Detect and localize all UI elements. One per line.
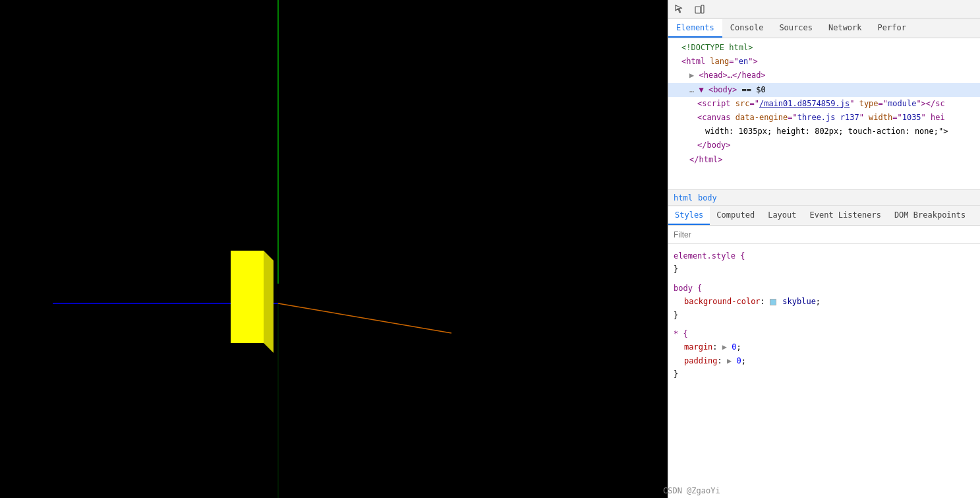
html-line-body-close: </body> <box>668 139 980 152</box>
devtools-main-tabs: Elements Console Sources Network Perfor <box>668 18 980 38</box>
svg-marker-5 <box>264 251 274 353</box>
breadcrumb-body[interactable]: body <box>698 193 717 202</box>
html-line-html: <html lang="en"> <box>668 55 980 69</box>
style-tab-computed[interactable]: Computed <box>710 206 761 225</box>
svg-rect-6 <box>695 7 701 13</box>
html-line-head[interactable]: ▶ <head>…</head> <box>668 69 980 82</box>
css-rule-element-style: element.style { } <box>668 247 980 279</box>
color-swatch-skyblue[interactable] <box>770 299 776 305</box>
html-line-doctype: <!DOCTYPE html> <box>668 41 980 55</box>
filter-bar <box>668 226 980 244</box>
breadcrumb-html[interactable]: html <box>674 193 693 202</box>
style-tabs: Styles Computed Layout Event Listeners D… <box>668 206 980 226</box>
css-rule-wildcard: * { margin: ▶ 0; padding: ▶ 0; } <box>668 325 980 384</box>
threejs-scene <box>0 0 668 498</box>
tab-sources[interactable]: Sources <box>771 19 821 38</box>
inspect-element-icon[interactable] <box>674 3 685 15</box>
tab-network[interactable]: Network <box>821 19 870 38</box>
html-line-canvas-style: width: 1035px; height: 802px; touch-acti… <box>668 125 980 139</box>
html-line-canvas[interactable]: <canvas data-engine="three.js r137" widt… <box>668 111 980 125</box>
watermark-text: CSDN @ZgaoYi <box>663 486 720 495</box>
styles-panel: Styles Computed Layout Event Listeners D… <box>668 206 980 489</box>
html-line-html-close: </html> <box>668 153 980 167</box>
tab-elements[interactable]: Elements <box>668 19 722 38</box>
filter-input[interactable] <box>674 230 975 239</box>
svg-line-2 <box>278 303 451 333</box>
css-rule-body: body { background-color: skyblue; } <box>668 279 980 325</box>
device-toggle-icon[interactable] <box>693 3 705 15</box>
devtools-panel: Elements Console Sources Network Perfor … <box>668 0 980 498</box>
tab-performance[interactable]: Perfor <box>870 19 914 38</box>
css-rules: element.style { } body { background-colo… <box>668 244 980 489</box>
style-tab-event-listeners[interactable]: Event Listeners <box>803 206 888 225</box>
style-tab-layout[interactable]: Layout <box>761 206 803 225</box>
devtools-toolbar <box>668 0 980 18</box>
svg-marker-4 <box>231 251 264 343</box>
style-tab-dom-breakpoints[interactable]: DOM Breakpoints <box>888 206 972 225</box>
tab-console[interactable]: Console <box>722 19 772 38</box>
html-line-script[interactable]: <script src="/main01.d8574859.js" type="… <box>668 97 980 111</box>
html-tree: <!DOCTYPE html> <html lang="en"> ▶ <head… <box>668 38 980 190</box>
svg-rect-7 <box>701 5 704 13</box>
html-line-body[interactable]: … ▼ <body> == $0 <box>668 83 980 97</box>
canvas-area <box>0 0 668 498</box>
style-tab-styles[interactable]: Styles <box>668 206 710 225</box>
breadcrumb: html body <box>668 190 980 206</box>
watermark: CSDN @ZgaoYi <box>663 486 975 495</box>
